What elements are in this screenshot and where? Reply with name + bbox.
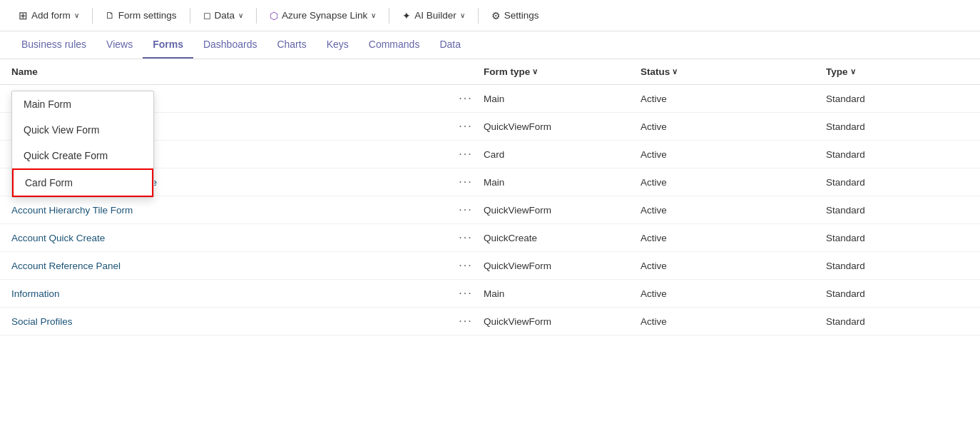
add-form-button[interactable]: ⊞ Add form ∨ [11, 6, 86, 26]
azure-synapse-button[interactable]: ⬡ Azure Synapse Link ∨ [262, 6, 383, 25]
ai-builder-chevron: ∨ [460, 11, 465, 19]
tab-data[interactable]: Data [429, 31, 471, 59]
tab-forms[interactable]: Forms [143, 31, 193, 59]
col-header-type: Type ∨ [826, 66, 969, 77]
col-type-sort-button[interactable]: Type ∨ [826, 66, 856, 77]
data-chevron: ∨ [238, 11, 243, 19]
form-settings-icon: 🗋 [106, 10, 115, 21]
cell-status-8: Active [640, 316, 826, 327]
table-column-headers: Name Form type ∨ Status ∨ Type ∨ [0, 59, 980, 85]
col-status-sort-button[interactable]: Status ∨ [640, 66, 678, 77]
cell-formtype-1: QuickViewForm [484, 121, 640, 132]
toolbar-separator-5 [478, 8, 479, 24]
cell-name-8[interactable]: Social Profiles [11, 316, 448, 327]
dropdown-item-quick-view-form[interactable]: Quick View Form [12, 117, 153, 143]
data-button[interactable]: ◻ Data ∨ [196, 6, 251, 24]
ai-builder-label: AI Builder [414, 10, 456, 21]
cell-type-2: Standard [826, 149, 969, 160]
toolbar-separator-1 [92, 8, 93, 24]
dropdown-item-quick-create-form[interactable]: Quick Create Form [12, 143, 153, 168]
main-content: Main Form Quick View Form Quick Create F… [0, 59, 980, 335]
cell-name-6[interactable]: Account Reference Panel [11, 261, 448, 271]
cell-actions-8[interactable]: ··· [448, 315, 484, 328]
cell-status-4: Active [640, 205, 826, 216]
cell-type-4: Standard [826, 205, 969, 216]
cell-actions-7[interactable]: ··· [448, 287, 484, 300]
table-row: Account Quick Create ··· QuickCreate Act… [0, 224, 980, 252]
table-row: Information ··· Main Active Standard [0, 280, 980, 308]
add-form-chevron: ∨ [74, 11, 79, 19]
col-header-name: Name [11, 66, 448, 77]
cell-actions-1[interactable]: ··· [448, 120, 484, 133]
cell-formtype-8: QuickViewForm [484, 316, 640, 327]
tab-views[interactable]: Views [96, 31, 143, 59]
data-label: Data [215, 10, 235, 21]
tab-charts[interactable]: Charts [267, 31, 316, 59]
form-settings-label: Form settings [118, 10, 177, 21]
cell-type-7: Standard [826, 288, 969, 299]
cell-actions-2[interactable]: ··· [448, 148, 484, 161]
toolbar-separator-3 [256, 8, 257, 24]
settings-button[interactable]: ⚙ Settings [484, 6, 546, 25]
add-form-dropdown: Main Form Quick View Form Quick Create F… [11, 91, 154, 198]
table-row: Account Reference Panel ··· QuickViewFor… [0, 252, 980, 280]
add-form-label: Add form [31, 10, 71, 21]
cell-status-3: Active [640, 177, 826, 188]
tab-keys[interactable]: Keys [317, 31, 359, 59]
cell-type-6: Standard [826, 261, 969, 271]
cell-actions-0[interactable]: ··· [448, 92, 484, 105]
synapse-icon: ⬡ [270, 10, 278, 21]
col-formtype-sort-button[interactable]: Form type ∨ [484, 66, 538, 77]
cell-type-3: Standard [826, 177, 969, 188]
formtype-sort-icon: ∨ [532, 67, 538, 76]
tab-commands[interactable]: Commands [359, 31, 430, 59]
cell-status-5: Active [640, 233, 826, 243]
azure-synapse-label: Azure Synapse Link [282, 10, 367, 21]
toolbar-separator-2 [190, 8, 190, 24]
cell-status-2: Active [640, 149, 826, 160]
cell-type-0: Standard [826, 94, 969, 104]
synapse-chevron: ∨ [371, 11, 376, 19]
cell-type-8: Standard [826, 316, 969, 327]
form-settings-button[interactable]: 🗋 Form settings [98, 6, 184, 24]
cell-type-1: Standard [826, 121, 969, 132]
cell-name-5[interactable]: Account Quick Create [11, 233, 448, 243]
cell-formtype-6: QuickViewForm [484, 261, 640, 271]
cell-name-4[interactable]: Account Hierarchy Tile Form [11, 205, 448, 216]
table-row: Social Profiles ··· QuickViewForm Active… [0, 308, 980, 335]
cell-formtype-0: Main [484, 94, 640, 104]
cell-actions-6[interactable]: ··· [448, 259, 484, 272]
cell-status-6: Active [640, 261, 826, 271]
cell-actions-3[interactable]: ··· [448, 176, 484, 188]
type-sort-icon: ∨ [850, 67, 856, 76]
col-header-formtype: Form type ∨ [484, 66, 640, 77]
cell-actions-4[interactable]: ··· [448, 203, 484, 216]
cell-status-1: Active [640, 121, 826, 132]
data-icon: ◻ [203, 10, 211, 21]
dropdown-item-card-form[interactable]: Card Form [12, 168, 153, 197]
tab-business-rules[interactable]: Business rules [11, 31, 96, 59]
cell-formtype-2: Card [484, 149, 640, 160]
table-row: Account Hierarchy Tile Form ··· QuickVie… [0, 196, 980, 224]
cell-formtype-3: Main [484, 177, 640, 188]
cell-formtype-7: Main [484, 288, 640, 299]
add-form-icon: ⊞ [19, 9, 28, 22]
toolbar: ⊞ Add form ∨ 🗋 Form settings ◻ Data ∨ ⬡ … [0, 0, 980, 31]
ai-builder-button[interactable]: ✦ AI Builder ∨ [395, 6, 472, 25]
dropdown-item-main-form[interactable]: Main Form [12, 91, 153, 117]
cell-status-7: Active [640, 288, 826, 299]
cell-type-5: Standard [826, 233, 969, 243]
cell-formtype-5: QuickCreate [484, 233, 640, 243]
toolbar-separator-4 [389, 8, 389, 24]
tab-dashboards[interactable]: Dashboards [193, 31, 267, 59]
cell-status-0: Active [640, 94, 826, 104]
settings-label: Settings [504, 10, 539, 21]
status-sort-icon: ∨ [672, 67, 678, 76]
ai-builder-icon: ✦ [402, 10, 411, 21]
tabbar: Business rules Views Forms Dashboards Ch… [0, 31, 980, 59]
cell-actions-5[interactable]: ··· [448, 231, 484, 244]
cell-formtype-4: QuickViewForm [484, 205, 640, 216]
settings-icon: ⚙ [491, 10, 501, 21]
cell-name-7[interactable]: Information [11, 288, 448, 299]
col-header-status: Status ∨ [640, 66, 826, 77]
